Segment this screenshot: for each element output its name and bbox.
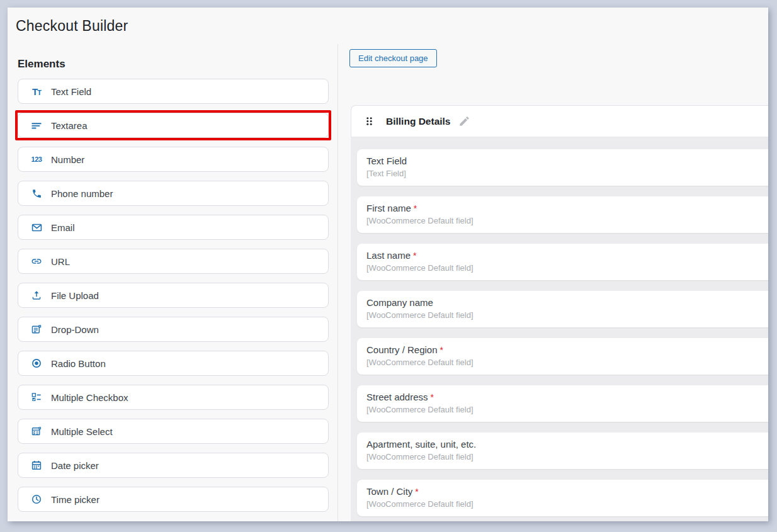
element-item-label: Phone number xyxy=(51,188,113,199)
checkout-field-text-field[interactable]: Text Field [Text Field] xyxy=(357,149,768,186)
field-sublabel: [WooCommerce Default field] xyxy=(366,452,768,461)
checkout-field-country-region[interactable]: Country / Region* [WooCommerce Default f… xyxy=(357,338,768,375)
element-item-email[interactable]: Email xyxy=(18,215,329,240)
required-marker: * xyxy=(431,392,434,402)
field-sublabel: [WooCommerce Default field] xyxy=(366,358,768,367)
field-label: Street address* xyxy=(366,392,768,402)
element-item-drop-down[interactable]: Drop-Down xyxy=(18,317,329,342)
edit-checkout-page-button[interactable]: Edit checkout page xyxy=(349,49,437,67)
field-sublabel: [WooCommerce Default field] xyxy=(366,310,768,320)
dropdown-icon xyxy=(28,324,45,335)
elements-heading: Elements xyxy=(18,58,65,71)
billing-details-title: Billing Details xyxy=(386,116,451,127)
element-item-label: Radio Button xyxy=(51,358,106,369)
element-item-label: Drop-Down xyxy=(51,324,99,335)
email-icon xyxy=(28,222,45,234)
element-item-phone-number[interactable]: Phone number xyxy=(18,181,329,206)
field-sublabel: [WooCommerce Default field] xyxy=(366,499,768,509)
element-item-number[interactable]: 123 Number xyxy=(18,147,329,172)
time-picker-icon xyxy=(28,494,45,505)
field-label: Company name xyxy=(366,297,768,308)
date-picker-icon xyxy=(28,460,45,471)
element-item-label: Number xyxy=(51,154,84,165)
element-item-multiple-select[interactable]: Multiple Select xyxy=(18,419,329,444)
required-marker: * xyxy=(414,203,417,213)
number-icon: 123 xyxy=(28,156,45,163)
billing-details-section: Billing Details Text Field [Text Field] … xyxy=(351,105,768,521)
elements-list: TT Text Field Textarea 123 Number Phone … xyxy=(18,79,329,521)
element-item-multiple-checkbox[interactable]: Multiple Checkbox xyxy=(18,385,329,410)
element-item-label: Multiple Checkbox xyxy=(51,392,128,403)
element-item-file-upload[interactable]: File Upload xyxy=(18,283,329,308)
element-item-label: Textarea xyxy=(51,120,88,131)
url-icon xyxy=(28,256,45,267)
checkout-field-apartment-suite-unit-etc[interactable]: Apartment, suite, unit, etc. [WooCommerc… xyxy=(357,433,768,469)
required-marker: * xyxy=(440,345,443,355)
text-field-icon: TT xyxy=(28,86,45,97)
phone-icon xyxy=(28,188,45,199)
field-label: Apartment, suite, unit, etc. xyxy=(366,439,768,450)
multiple-select-icon xyxy=(28,426,45,437)
element-item-label: Date picker xyxy=(51,460,99,471)
field-label: Country / Region* xyxy=(366,344,768,355)
element-item-date-picker[interactable]: Date picker xyxy=(18,453,329,478)
checkout-field-company-name[interactable]: Company name [WooCommerce Default field] xyxy=(357,291,768,327)
element-item-label: URL xyxy=(51,256,70,267)
textarea-icon xyxy=(28,120,45,131)
checkout-builder-window: Checkout Builder Elements TT Text Field … xyxy=(8,8,768,521)
element-item-label: Text Field xyxy=(51,86,91,97)
field-sublabel: [WooCommerce Default field] xyxy=(366,263,768,273)
field-label: Town / City* xyxy=(366,486,768,497)
element-item-label: Email xyxy=(51,222,75,233)
radio-icon xyxy=(28,358,45,369)
element-item-url[interactable]: URL xyxy=(18,249,329,274)
page-title: Checkout Builder xyxy=(16,18,128,35)
field-label: Last name* xyxy=(366,250,768,261)
billing-details-header[interactable]: Billing Details xyxy=(351,105,768,137)
billing-fields-list: Text Field [Text Field] First name* [Woo… xyxy=(351,137,768,521)
required-marker: * xyxy=(413,251,416,261)
checkout-field-last-name[interactable]: Last name* [WooCommerce Default field] xyxy=(357,244,768,280)
element-item-label: Multiple Select xyxy=(51,426,113,437)
required-marker: * xyxy=(415,487,418,497)
element-item-radio-button[interactable]: Radio Button xyxy=(18,351,329,376)
field-sublabel: [Text Field] xyxy=(366,169,768,178)
field-label: Text Field xyxy=(366,156,768,166)
multiple-checkbox-icon xyxy=(28,392,45,403)
checkout-field-town-city[interactable]: Town / City* [WooCommerce Default field] xyxy=(357,480,768,516)
file-upload-icon xyxy=(28,290,45,301)
element-item-label: Time picker xyxy=(51,494,99,505)
element-item-text-field[interactable]: TT Text Field xyxy=(18,79,329,104)
field-label: First name* xyxy=(366,203,768,213)
field-sublabel: [WooCommerce Default field] xyxy=(366,405,768,414)
element-item-time-picker[interactable]: Time picker xyxy=(18,487,329,512)
drag-handle-icon[interactable] xyxy=(364,116,375,127)
checkout-field-first-name[interactable]: First name* [WooCommerce Default field] xyxy=(357,196,768,233)
field-sublabel: [WooCommerce Default field] xyxy=(366,216,768,225)
element-item-label: File Upload xyxy=(51,290,99,301)
edit-section-title-icon[interactable] xyxy=(458,115,470,127)
element-item-textarea[interactable]: Textarea xyxy=(18,113,329,138)
panel-divider xyxy=(337,44,338,521)
checkout-field-street-address[interactable]: Street address* [WooCommerce Default fie… xyxy=(357,385,768,422)
